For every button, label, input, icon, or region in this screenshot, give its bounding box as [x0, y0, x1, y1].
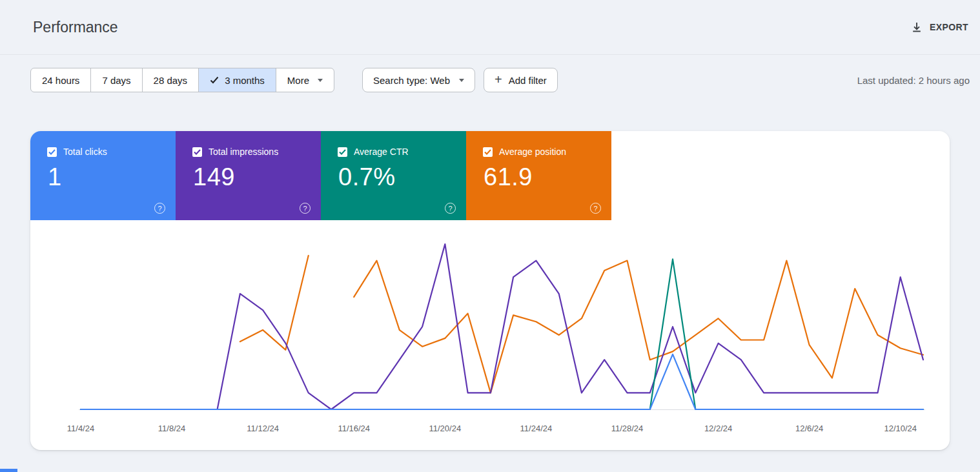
- date-range-label: 28 days: [154, 75, 188, 86]
- date-range-28-days[interactable]: 28 days: [142, 68, 199, 92]
- chevron-down-icon: [459, 79, 464, 82]
- add-filter-label: Add filter: [509, 75, 547, 86]
- performance-chart: 11/4/2411/8/2411/12/2411/16/2411/20/2411…: [30, 220, 950, 450]
- add-filter-button[interactable]: + Add filter: [484, 68, 558, 92]
- checkbox-checked-icon[interactable]: [483, 147, 493, 157]
- metric-card-average-position[interactable]: Average position 61.9 ?: [466, 131, 611, 220]
- average-position-line: [354, 261, 923, 393]
- x-axis-label: 11/16/24: [338, 424, 370, 433]
- metric-card-total-clicks[interactable]: Total clicks 1 ?: [30, 131, 176, 220]
- metric-head: Total impressions: [176, 131, 321, 157]
- date-range-selector: 24 hours 7 days 28 days 3 months More: [30, 68, 334, 92]
- date-range-label: More: [287, 75, 309, 86]
- help-icon[interactable]: ?: [300, 203, 311, 214]
- x-axis-label: 11/24/24: [520, 424, 553, 433]
- x-axis-label: 11/28/24: [611, 424, 644, 433]
- total-impressions-line: [81, 244, 923, 409]
- date-range-7-days[interactable]: 7 days: [90, 68, 141, 92]
- performance-chart-svg: 11/4/2411/8/2411/12/2411/16/2411/20/2411…: [30, 220, 950, 450]
- checkbox-checked-icon[interactable]: [338, 147, 347, 157]
- metric-value: 149: [193, 163, 321, 191]
- checkbox-checked-icon[interactable]: [192, 147, 202, 157]
- date-range-label: 3 months: [225, 75, 265, 86]
- metric-head: Average CTR: [321, 131, 466, 157]
- x-axis-label: 11/12/24: [247, 424, 279, 433]
- download-icon: [910, 21, 923, 34]
- chevron-down-icon: [318, 79, 323, 82]
- metric-value: 0.7%: [338, 163, 466, 191]
- metric-label: Total clicks: [63, 147, 107, 157]
- date-range-label: 7 days: [102, 75, 130, 86]
- date-range-3-months[interactable]: 3 months: [198, 68, 276, 92]
- x-axis-label: 12/2/24: [704, 424, 732, 433]
- search-console-performance-page: { "header": { "title": "Performance", "e…: [0, 0, 980, 472]
- date-range-label: 24 hours: [42, 75, 79, 86]
- filter-toolbar: 24 hours 7 days 28 days 3 months More Se…: [30, 68, 970, 92]
- date-range-24-hours[interactable]: 24 hours: [31, 68, 90, 92]
- help-icon[interactable]: ?: [154, 203, 165, 214]
- metric-card-total-impressions[interactable]: Total impressions 149 ?: [176, 131, 321, 220]
- page-header: Performance EXPORT: [0, 0, 980, 55]
- metric-value: 61.9: [484, 163, 611, 191]
- help-icon[interactable]: ?: [590, 203, 601, 214]
- x-axis-label: 11/4/24: [67, 424, 94, 433]
- x-axis-label: 11/20/24: [429, 424, 462, 433]
- metric-head: Total clicks: [30, 131, 176, 157]
- x-axis-label: 12/6/24: [795, 424, 823, 433]
- check-icon: [210, 76, 219, 84]
- last-updated-text: Last updated: 2 hours ago: [857, 75, 970, 86]
- x-axis-label: 12/10/24: [884, 424, 917, 433]
- metric-label: Average position: [499, 147, 566, 157]
- total-clicks-line: [81, 354, 923, 409]
- average-position-line: [240, 256, 309, 350]
- page-title: Performance: [33, 19, 118, 36]
- metric-head: Average position: [466, 131, 611, 157]
- plus-icon: +: [495, 73, 502, 86]
- performance-panel: Total clicks 1 ? Total impressions 149 ?…: [30, 131, 950, 450]
- date-range-more[interactable]: More: [276, 68, 334, 92]
- export-label: EXPORT: [930, 22, 968, 32]
- metric-label: Average CTR: [354, 147, 409, 157]
- export-button[interactable]: EXPORT: [910, 21, 968, 34]
- metric-label: Total impressions: [209, 147, 278, 157]
- checkbox-checked-icon[interactable]: [47, 147, 57, 157]
- search-type-label: Search type: Web: [373, 75, 450, 86]
- horizontal-scrollbar-thumb[interactable]: [0, 469, 17, 472]
- metric-value: 1: [48, 163, 176, 191]
- x-axis-label: 11/8/24: [158, 424, 185, 433]
- search-type-dropdown[interactable]: Search type: Web: [362, 68, 475, 92]
- metric-cards-row: Total clicks 1 ? Total impressions 149 ?…: [30, 131, 950, 220]
- help-icon[interactable]: ?: [445, 203, 456, 214]
- metric-card-average-ctr[interactable]: Average CTR 0.7% ?: [321, 131, 466, 220]
